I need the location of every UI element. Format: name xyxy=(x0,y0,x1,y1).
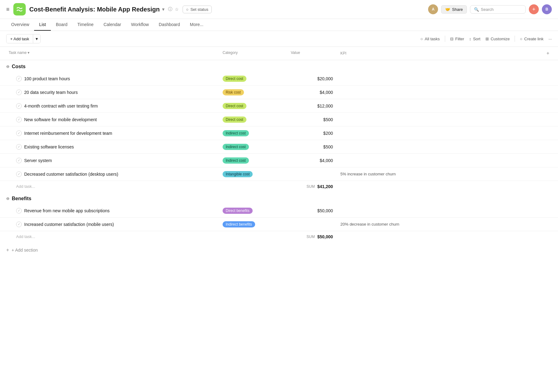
task-row[interactable]: ✓ 20 data security team hours Risk cost … xyxy=(0,86,558,99)
task-name-label: Task name xyxy=(9,51,27,55)
task-row[interactable]: ✓ Server system Indirect cost $4,000 xyxy=(0,154,558,167)
tab-list[interactable]: List xyxy=(34,19,51,31)
task-check-icon[interactable]: ✓ xyxy=(16,103,22,109)
task-row[interactable]: ✓ 100 product team hours Direct cost $20… xyxy=(0,72,558,86)
filter-icon: ⊟ xyxy=(450,37,454,41)
sort-button[interactable]: ↕ Sort xyxy=(469,37,480,41)
category-badge: Risk cost xyxy=(223,89,244,95)
task-kpi-cell xyxy=(338,90,552,95)
task-category-cell: Indirect cost xyxy=(220,141,288,152)
filter-button[interactable]: ⊟ Filter xyxy=(450,37,464,41)
add-task-inline-button[interactable]: Add task... xyxy=(6,232,220,241)
task-value-cell: $20,000 xyxy=(288,74,338,84)
task-value-cell: $4,000 xyxy=(288,156,338,165)
task-name-cell: ✓ Decreased customer satisfaction (deskt… xyxy=(6,169,220,179)
more-options-button[interactable]: ··· xyxy=(548,37,552,41)
section-costs: ⊖ Costs ✓ 100 product team hours Direct … xyxy=(0,60,558,192)
task-category-cell: Intangible cost xyxy=(220,169,288,180)
task-row[interactable]: ✓ Decreased customer satisfaction (deskt… xyxy=(0,167,558,181)
task-value-cell: $200 xyxy=(288,128,338,138)
customize-label: Customize xyxy=(491,37,510,41)
all-tasks-icon: ○ xyxy=(420,37,423,41)
sort-icon: ↕ xyxy=(469,37,471,41)
task-check-icon[interactable]: ✓ xyxy=(16,144,22,150)
task-kpi-cell xyxy=(338,144,552,149)
task-value-cell: $500 xyxy=(288,142,338,152)
task-category-cell: Direct cost xyxy=(220,114,288,125)
avatar-1: A xyxy=(428,4,438,14)
all-tasks-label: All tasks xyxy=(425,37,440,41)
tab-more[interactable]: More... xyxy=(185,19,209,31)
task-check-icon[interactable]: ✓ xyxy=(16,90,22,95)
section-benefits: ⊖ Benefits ✓ Revenue from new mobile app… xyxy=(0,192,558,242)
task-row[interactable]: ✓ Increased customer satisfaction (mobil… xyxy=(0,218,558,231)
section-toggle-costs[interactable]: ⊖ xyxy=(6,64,9,69)
sum-label: SUM xyxy=(307,184,315,189)
search-icon: 🔍 xyxy=(474,7,479,12)
section-header-costs: ⊖ Costs xyxy=(0,60,558,72)
task-name-text: Revenue from new mobile app subscription… xyxy=(24,208,109,213)
col-category: Category xyxy=(220,49,288,57)
toolbar-divider-2 xyxy=(515,36,515,42)
tab-workflow[interactable]: Workflow xyxy=(126,19,154,31)
create-link-button[interactable]: ○ Create link xyxy=(520,37,543,41)
section-toggle-benefits[interactable]: ⊖ xyxy=(6,196,9,201)
add-section-icon: + xyxy=(6,247,9,253)
tab-timeline[interactable]: Timeline xyxy=(73,19,99,31)
tab-dashboard[interactable]: Dashboard xyxy=(154,19,185,31)
task-check-icon[interactable]: ✓ xyxy=(16,76,22,81)
avatar-2: B xyxy=(542,4,552,14)
task-kpi-cell xyxy=(338,131,552,136)
customize-button[interactable]: ⊞ Customize xyxy=(485,37,510,41)
table-header: Task name ▾ Category Value KPI + xyxy=(0,47,558,60)
tab-board[interactable]: Board xyxy=(51,19,72,31)
app-icon xyxy=(13,3,26,15)
task-check-icon[interactable]: ✓ xyxy=(16,130,22,136)
task-check-icon[interactable]: ✓ xyxy=(16,117,22,122)
add-task-main[interactable]: + Add task xyxy=(7,35,33,43)
sum-label: SUM xyxy=(307,235,315,239)
category-badge: Direct cost xyxy=(223,76,246,82)
task-row[interactable]: ✓ Existing software licenses Indirect co… xyxy=(0,140,558,154)
info-icon[interactable]: ⓘ xyxy=(168,7,172,12)
task-check-icon[interactable]: ✓ xyxy=(16,171,22,177)
tab-calendar[interactable]: Calendar xyxy=(99,19,126,31)
task-row[interactable]: ✓ 4-month contract with user testing fir… xyxy=(0,99,558,113)
add-section-button[interactable]: + + Add section xyxy=(0,242,558,258)
task-value-cell: $4,000 xyxy=(288,87,338,97)
task-name-text: 4-month contract with user testing firm xyxy=(24,104,98,108)
header-right: A 🤝 Share 🔍 Search + B xyxy=(428,4,552,14)
set-status-button[interactable]: ○ Set status xyxy=(183,6,212,13)
star-icon[interactable]: ☆ xyxy=(175,7,179,12)
task-value-cell: $12,000 xyxy=(288,101,338,111)
add-task-button[interactable]: + Add task ▾ xyxy=(6,34,41,43)
col-task-name[interactable]: Task name ▾ xyxy=(6,49,220,57)
task-check-icon[interactable]: ✓ xyxy=(16,208,22,214)
sum-value: $50,000 xyxy=(317,234,333,239)
share-button[interactable]: 🤝 Share xyxy=(441,5,467,14)
sum-value: $41,200 xyxy=(317,184,333,189)
add-task-inline-button[interactable]: Add task... xyxy=(6,182,220,191)
task-check-icon[interactable]: ✓ xyxy=(16,158,22,163)
project-title-text: Cost-Benefit Analysis: Mobile App Redesi… xyxy=(29,6,160,13)
search-box[interactable]: 🔍 Search xyxy=(470,5,526,14)
task-row[interactable]: ✓ New software for mobile development Di… xyxy=(0,113,558,126)
title-icons: ⓘ ☆ xyxy=(168,7,179,12)
add-column-button[interactable]: + xyxy=(547,51,549,56)
task-category-cell: Risk cost xyxy=(220,87,288,98)
task-category-cell: Direct cost xyxy=(220,100,288,112)
add-task-dropdown[interactable]: ▾ xyxy=(33,34,40,43)
add-task-row-benefits: Add task... SUM $50,000 xyxy=(0,231,558,242)
tab-overview[interactable]: Overview xyxy=(6,19,34,31)
task-row[interactable]: ✓ Internet reimbursement for development… xyxy=(0,126,558,140)
share-icon: 🤝 xyxy=(445,7,450,12)
all-tasks-button[interactable]: ○ All tasks xyxy=(420,37,440,41)
title-chevron-icon[interactable]: ▾ xyxy=(162,7,164,12)
task-check-icon[interactable]: ✓ xyxy=(16,222,22,227)
task-row[interactable]: ✓ Revenue from new mobile app subscripti… xyxy=(0,204,558,218)
create-button[interactable]: + xyxy=(529,4,539,14)
task-kpi-cell xyxy=(338,104,552,108)
category-badge: Direct cost xyxy=(223,117,246,123)
hamburger-icon[interactable]: ≡ xyxy=(6,6,10,13)
task-name-sort-icon: ▾ xyxy=(28,51,29,55)
